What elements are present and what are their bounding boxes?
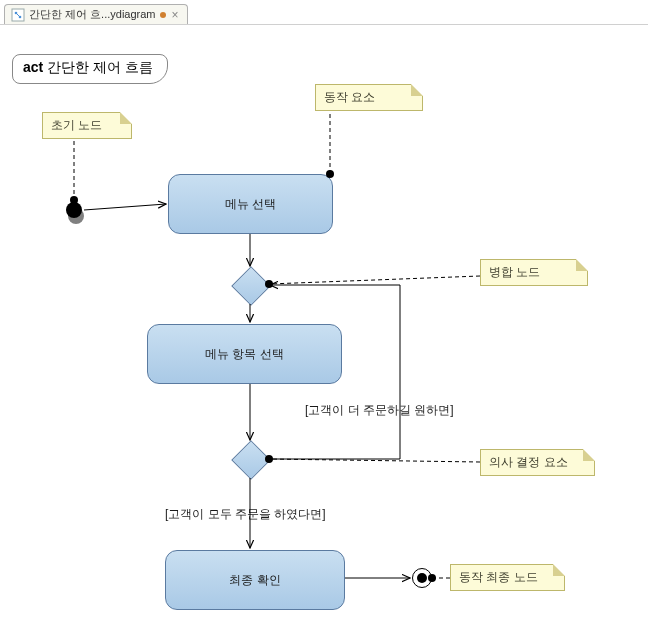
final-node-inner-icon (417, 573, 427, 583)
editor-tab[interactable]: 간단한 제어 흐...ydiagram × (4, 4, 188, 24)
merge-node[interactable] (231, 266, 271, 306)
frame-title: 간단한 제어 흐름 (47, 59, 153, 75)
note-initial-node[interactable]: 초기 노드 (42, 112, 132, 139)
initial-node[interactable] (66, 202, 82, 218)
decision-node[interactable] (231, 440, 271, 480)
activity-final-confirm[interactable]: 최종 확인 (165, 550, 345, 610)
note-merge-node[interactable]: 병합 노드 (480, 259, 588, 286)
activity-menu-item-select[interactable]: 메뉴 항목 선택 (147, 324, 342, 384)
tab-label: 간단한 제어 흐...ydiagram (29, 7, 156, 22)
diagram-frame-label: act 간단한 제어 흐름 (12, 54, 168, 84)
tab-bar: 간단한 제어 흐...ydiagram × (0, 0, 648, 25)
frame-keyword: act (23, 59, 43, 75)
guard-more-orders: [고객이 더 주문하길 원하면] (305, 402, 454, 419)
close-icon[interactable]: × (172, 8, 179, 22)
guard-all-ordered: [고객이 모두 주문을 하였다면] (165, 506, 326, 523)
svg-line-10 (269, 459, 480, 462)
diagram-file-icon (11, 8, 25, 22)
svg-line-14 (84, 204, 166, 210)
note-final-node[interactable]: 동작 최종 노드 (450, 564, 565, 591)
diagram-canvas[interactable]: act 간단한 제어 흐름 초기 노드 동작 요소 병합 노드 의사 결정 요소… (0, 24, 648, 637)
activity-final-node[interactable] (412, 568, 432, 588)
activity-menu-select[interactable]: 메뉴 선택 (168, 174, 333, 234)
note-action-element[interactable]: 동작 요소 (315, 84, 423, 111)
svg-line-8 (269, 276, 480, 284)
unsaved-indicator-icon (160, 12, 166, 18)
note-decision-element[interactable]: 의사 결정 요소 (480, 449, 595, 476)
